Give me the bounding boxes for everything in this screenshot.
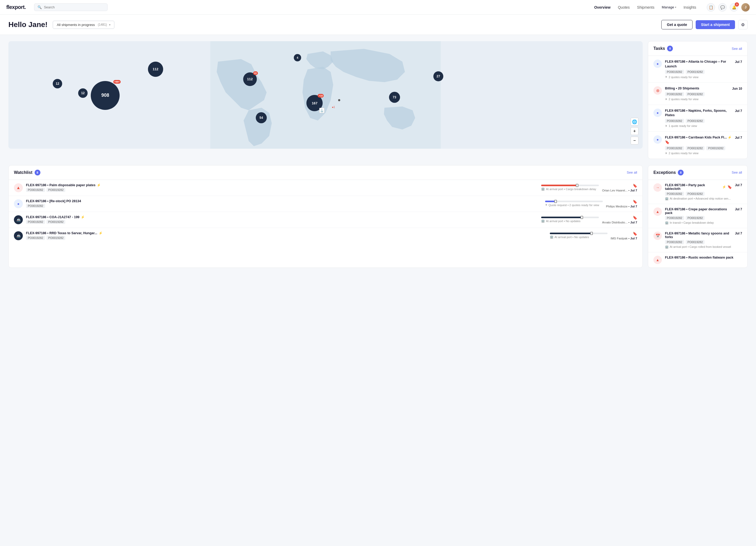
main-content: 12 12 112 908 +99+ 4 112 22 167 +16 73 2… [0, 35, 756, 165]
shipment-info: FLEX-997186 • Palm disposable paper plat… [26, 183, 538, 192]
start-shipment-button[interactable]: Start a shipment [696, 20, 735, 29]
progress-area: 🏢 At arrival port • No updates [541, 217, 599, 223]
tasks-panel: Tasks 8 See all ● FLEX-997186 • Atlanta … [648, 41, 748, 159]
task-title: Billing • 20 Shipments [665, 86, 729, 91]
task-date: Jul 7 [735, 109, 742, 113]
nav-insights[interactable]: Insights [684, 5, 696, 9]
get-quote-button[interactable]: Get a quote [661, 20, 693, 29]
shipment-icon-circle: ● [14, 199, 23, 208]
task-meta: ✈ 2 quotes ready for view [665, 75, 732, 79]
exception-meta: 🏢 At destination port • Advanced ship no… [665, 197, 732, 200]
clipboard-button[interactable]: 📋 [707, 3, 715, 12]
nav-overview[interactable]: Overview [594, 5, 610, 9]
building-icon: 🏢 [541, 187, 545, 191]
notifications-button[interactable]: 🔔 3 [730, 3, 738, 12]
nav-quotes[interactable]: Quotes [618, 5, 630, 9]
exception-meta: 🏢 In transit • Cargo breakdown delay [665, 221, 732, 224]
plane-icon: ✈ [665, 75, 667, 79]
tasks-see-all[interactable]: See all [732, 47, 742, 51]
map-bubble-27[interactable]: 27 [433, 71, 443, 81]
nav-shipments[interactable]: Shipments [637, 5, 654, 9]
bookmark-icon[interactable]: 🔖 [727, 185, 732, 189]
task-item: ⊗ Billing • 20 Shipments PO0019282 PO001… [648, 83, 747, 105]
po-tag: PO0019282 [665, 70, 684, 74]
plane-icon: ✈ [545, 203, 547, 207]
bookmark-icon[interactable]: 🔖 [633, 216, 637, 220]
nav-manage[interactable]: Manage ▾ [662, 5, 676, 9]
shipment-title: FLEX-997186 • Palm disposable paper plat… [26, 183, 538, 187]
bookmark-icon[interactable]: 🔖 [633, 232, 637, 236]
progress-meta: 🏢 At arrival port • Cargo breakdown dela… [541, 187, 599, 191]
exception-icon-triangle: ▲ [653, 207, 662, 216]
shipment-po: PO0019282 PO0019282 [26, 220, 538, 224]
watchlist-item: 🚢 FLEX-997186 • RRD Texas to Sarvar, Hun… [9, 228, 642, 244]
task-date-wrap: Jul 7 [735, 109, 742, 113]
task-po: PO0019282 PO0019282 PO0019282 [665, 146, 732, 150]
messages-button[interactable]: 💬 [718, 3, 727, 12]
po-tag: PO0019282 [686, 240, 705, 244]
user-avatar[interactable]: J [741, 3, 750, 12]
page-title: Hello Jane! [8, 20, 47, 29]
task-date-wrap: Jul 7 [735, 135, 742, 140]
zoom-in-button[interactable]: + [631, 127, 638, 135]
task-title: FLEX-997186 • Carribean Kids Pack Fl... … [665, 135, 732, 145]
zoom-out-button[interactable]: − [631, 137, 638, 144]
shipment-icon-triangle: ▲ [14, 183, 23, 192]
map-container[interactable]: 12 12 112 908 +99+ 4 112 22 167 +16 73 2… [8, 41, 643, 149]
header: flexport. 🔍 Overview Quotes Shipments Ma… [0, 0, 756, 15]
progress-meta: 🏢 At arrival port • No updates [541, 219, 599, 223]
task-content: FLEX-997186 • Atlanta to Chicago – For L… [665, 60, 732, 79]
exception-item: → FLEX-997186 • Party pack tablecloth ⚡ … [648, 180, 747, 204]
exception-icon-triangle: ▲ [653, 256, 662, 264]
task-date-wrap: Jun 10 [732, 86, 742, 90]
company-date: Philips Medisize • Jul 7 [606, 205, 637, 208]
lightning-icon: ⚡ [722, 185, 726, 189]
exception-content: FLEX-997186 • Crepe paper decorations pa… [665, 207, 732, 224]
exceptions-header: Exceptions 8 See all [648, 165, 747, 180]
po-tag: PO0019282 [686, 119, 705, 123]
task-icon-blue: ● [653, 60, 662, 68]
map-bubble-908[interactable]: 908 +99+ [91, 81, 120, 110]
watchlist-see-all[interactable]: See all [627, 170, 637, 174]
map-bubble-12a[interactable]: 12 [53, 79, 62, 88]
watchlist-item: ● FLEX-997186 • [Re-stock] PO 28134 PO00… [9, 196, 642, 212]
progress-meta: ✈ Quote request • 2 quotes ready for vie… [545, 203, 603, 207]
map-bubble-54[interactable]: 54 [256, 112, 267, 123]
search-input[interactable] [44, 5, 104, 9]
exceptions-count: 8 [678, 170, 684, 175]
search-bar[interactable]: 🔍 [34, 3, 108, 11]
exceptions-see-all[interactable]: See all [732, 170, 742, 174]
task-icon-blue: ● [653, 109, 662, 117]
building-icon: 🏢 [665, 221, 669, 224]
po-tag: PO0019282 [686, 146, 705, 150]
exception-icon-calendar: 📅 [653, 232, 662, 240]
po-tag: PO0019282 [46, 236, 66, 240]
shipment-right: 🔖 Orian Lev Haaret... • Jul 7 [602, 184, 637, 192]
plane-icon: ✈ [665, 124, 667, 128]
shipment-info: FLEX-997186 • [Re-stock] PO 28134 PO0019… [26, 199, 542, 208]
lightning-icon: ⚡ [81, 215, 85, 219]
tasks-count: 8 [667, 46, 673, 51]
task-content: Billing • 20 Shipments PO0019282 PO00192… [665, 86, 729, 101]
filter-dropdown[interactable]: All shipments in progress (1481) ▾ [53, 21, 114, 29]
progress-fill [541, 185, 577, 186]
bookmark-icon[interactable]: 🔖 [633, 200, 637, 204]
globe-button[interactable]: 🌐 [631, 118, 638, 126]
task-title: FLEX-997186 • Napkins, Forks, Spoons, Pl… [665, 109, 732, 118]
map-bubble-73[interactable]: 73 [389, 92, 400, 103]
task-item: ● FLEX-997186 • Carribean Kids Pack Fl..… [648, 132, 747, 159]
task-content: FLEX-997186 • Napkins, Forks, Spoons, Pl… [665, 109, 732, 128]
bookmark-icon[interactable]: 🔖 [665, 140, 669, 144]
settings-button[interactable]: ⚙ [738, 20, 748, 29]
po-tag: PO0019282 [686, 192, 705, 196]
chevron-down-icon: ▾ [109, 23, 110, 26]
exception-date: Jul 7 [735, 207, 742, 211]
po-tag: PO0019282 [665, 92, 684, 96]
watchlist-header: Watchlist 8 See all [9, 165, 642, 180]
bookmark-icon[interactable]: 🔖 [633, 184, 637, 188]
task-date-wrap: Jul 7 [735, 60, 742, 64]
map-bubble-112a[interactable]: 112 [148, 62, 163, 77]
map-bubble-112b[interactable]: 112 22 [243, 72, 257, 86]
notification-badge: 3 [735, 2, 739, 7]
po-tag: PO0019282 [26, 204, 45, 208]
